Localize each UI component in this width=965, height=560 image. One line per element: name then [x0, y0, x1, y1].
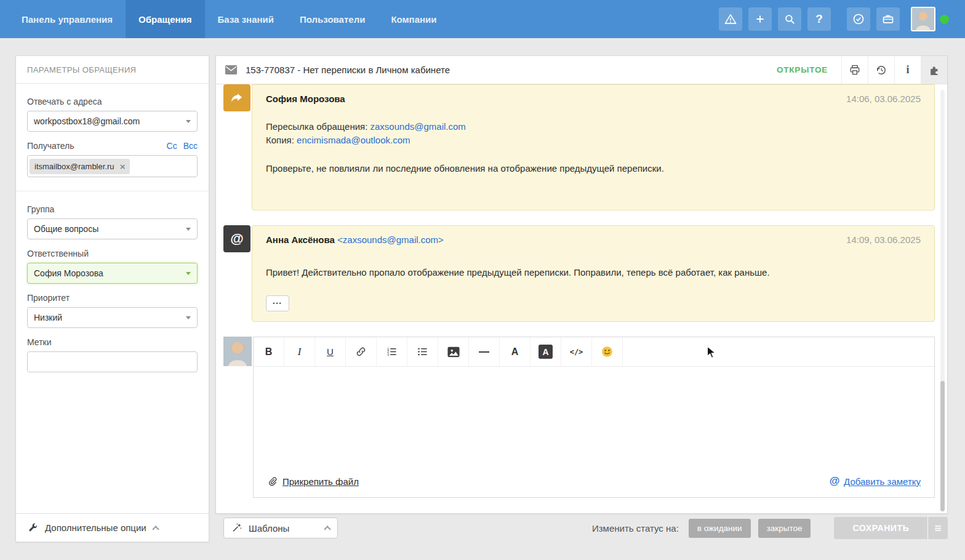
menu-icon: [934, 525, 942, 534]
cc-link[interactable]: Cc: [167, 141, 177, 151]
attach-file-link[interactable]: Прикрепить файл: [267, 476, 359, 487]
message-card: София Морозова 14:06, 03.06.2025 Пересыл…: [252, 84, 935, 210]
action-bar: Шаблоны Изменить статус на: в ожидании з…: [215, 514, 948, 542]
code-view-button[interactable]: </>: [561, 337, 592, 366]
sidebar-title: ПАРАМЕТРЫ ОБРАЩЕНИЯ: [16, 56, 209, 84]
check-circle-icon: [852, 13, 865, 25]
chevron-down-icon: [186, 120, 191, 123]
show-quoted-text-button[interactable]: [266, 295, 289, 311]
forward-to-email-link[interactable]: zaxsounds@gmail.com: [370, 121, 466, 132]
integrations-button[interactable]: [921, 56, 947, 84]
assignee-value: София Морозова: [34, 268, 103, 278]
insert-image-button[interactable]: [438, 337, 469, 366]
ticket-parameters-panel: ПАРАМЕТРЫ ОБРАЩЕНИЯ Отвечать с адреса wo…: [15, 55, 209, 542]
nav-tab-companies[interactable]: Компании: [378, 0, 449, 38]
search-button[interactable]: [778, 7, 801, 31]
nav-tab-knowledge-base[interactable]: База знаний: [205, 0, 287, 38]
chevron-up-icon: [324, 526, 330, 532]
group-select[interactable]: Общие вопросы: [27, 218, 198, 239]
horizontal-rule-icon: [479, 351, 489, 353]
copy-to-email-link[interactable]: encimismada@outlook.com: [297, 135, 410, 145]
alerts-button[interactable]: [719, 7, 742, 31]
bullet-list-button[interactable]: [407, 337, 438, 366]
puzzle-icon: [928, 64, 940, 76]
italic-button[interactable]: I: [284, 337, 315, 366]
reply-editor: B I U 123 A: [253, 337, 935, 498]
bcc-link[interactable]: Bcc: [183, 141, 198, 151]
reply-from-select[interactable]: workpostbox18@gmail.com: [27, 111, 198, 132]
wrench-icon: [28, 522, 38, 533]
online-status-dot: [940, 15, 949, 24]
print-button[interactable]: [841, 56, 868, 84]
print-icon: [849, 64, 861, 76]
info-button[interactable]: [894, 56, 921, 84]
main-menu: Панель управления Обращения База знаний …: [0, 0, 450, 38]
scrollbar-thumb[interactable]: [940, 381, 945, 511]
assignee-select[interactable]: София Морозова: [27, 263, 198, 284]
reply-editor-block: B I U 123 A: [223, 337, 935, 498]
status-closed-button[interactable]: закрытое: [758, 519, 811, 538]
link-button[interactable]: [346, 337, 377, 366]
navbar-actions: [719, 0, 965, 38]
help-button[interactable]: [807, 7, 831, 31]
recipient-input[interactable]: itsmailbox@rambler.ru: [27, 155, 198, 177]
info-icon: [906, 63, 909, 76]
ticket-subject: 153-770837 - Нет переписки в Личном каби…: [246, 65, 450, 75]
assignee-label: Ответственный: [27, 249, 198, 258]
plus-icon: [755, 14, 766, 25]
magic-wand-icon: [231, 522, 242, 534]
additional-options-label: Дополнительные опции: [45, 522, 146, 533]
at-icon: [829, 475, 839, 487]
chevron-up-icon: [152, 526, 159, 532]
underline-button[interactable]: U: [315, 337, 346, 366]
chevron-down-icon: [186, 228, 191, 231]
horizontal-rule-button[interactable]: [469, 337, 500, 366]
ordered-list-button[interactable]: 123: [377, 337, 407, 366]
create-ticket-button[interactable]: [748, 7, 772, 31]
history-icon: [875, 64, 887, 76]
ticket-panel: 153-770837 - Нет переписки в Личном каби…: [215, 55, 948, 514]
text-color-button[interactable]: A: [500, 337, 531, 366]
save-button[interactable]: СОХРАНИТЬ: [834, 517, 927, 539]
copy-to-label: Копия:: [266, 135, 294, 145]
add-note-link[interactable]: Добавить заметку: [829, 475, 921, 487]
message-card: Анна Аксёнова <zaxsounds@gmail.com> 14:0…: [252, 225, 935, 322]
priority-select[interactable]: Низкий: [27, 307, 198, 328]
message-body: Привет! Действительно пропало отображени…: [266, 266, 921, 279]
background-color-button[interactable]: A: [531, 337, 561, 366]
message-author: София Морозова: [266, 94, 345, 104]
envelope-icon: [225, 65, 238, 75]
ordered-list-icon: 123: [386, 346, 398, 358]
nav-tab-users[interactable]: Пользователи: [287, 0, 378, 38]
priority-value: Низкий: [34, 313, 62, 322]
reply-from-value: workpostbox18@gmail.com: [34, 116, 140, 126]
save-split-button: СОХРАНИТЬ: [834, 517, 948, 539]
templates-button[interactable]: Шаблоны: [223, 518, 338, 538]
status-pending-button[interactable]: в ожидании: [689, 519, 751, 538]
emoji-icon: [601, 345, 614, 358]
tasks-button[interactable]: [847, 7, 870, 31]
forward-to-label: Пересылка обращения:: [266, 121, 367, 132]
recipient-tag-label: itsmailbox@rambler.ru: [34, 162, 114, 171]
recipient-label: Получатель: [27, 141, 74, 151]
reply-text-area[interactable]: [254, 367, 934, 469]
remove-recipient-icon[interactable]: [120, 162, 126, 171]
bold-button[interactable]: B: [254, 337, 284, 366]
history-button[interactable]: [868, 56, 894, 84]
nav-tab-dashboard[interactable]: Панель управления: [9, 0, 126, 38]
image-icon: [447, 346, 460, 358]
nav-tab-tickets[interactable]: Обращения: [126, 0, 204, 38]
chevron-down-icon: [186, 272, 191, 275]
chevron-down-icon: [186, 316, 191, 319]
user-menu[interactable]: [911, 7, 949, 31]
emoji-button[interactable]: [592, 337, 623, 366]
message-author-email-link[interactable]: <zaxsounds@gmail.com>: [337, 234, 444, 245]
group-label: Группа: [27, 204, 198, 214]
additional-options-toggle[interactable]: Дополнительные опции: [16, 513, 209, 542]
organizations-button[interactable]: [876, 7, 900, 31]
recipient-tag: itsmailbox@rambler.ru: [30, 159, 130, 174]
tags-label: Метки: [27, 337, 198, 347]
tags-input[interactable]: [27, 351, 198, 372]
save-options-button[interactable]: [927, 517, 948, 539]
ticket-status-badge[interactable]: ОТКРЫТОЕ: [777, 56, 828, 84]
